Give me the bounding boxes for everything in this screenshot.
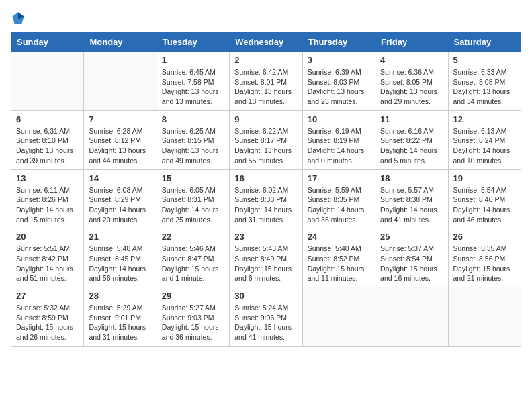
day-info: Sunrise: 6:22 AMSunset: 8:17 PMDaylight:… xyxy=(234,126,297,166)
day-number: 26 xyxy=(453,232,516,242)
calendar-cell: 10Sunrise: 6:19 AMSunset: 8:19 PMDayligh… xyxy=(302,110,375,169)
day-number: 7 xyxy=(89,114,151,124)
day-number: 28 xyxy=(89,291,151,301)
calendar-cell xyxy=(448,287,521,347)
weekday-header-row: SundayMondayTuesdayWednesdayThursdayFrid… xyxy=(11,33,521,52)
calendar-cell: 7Sunrise: 6:28 AMSunset: 8:12 PMDaylight… xyxy=(84,110,157,169)
day-info: Sunrise: 6:19 AMSunset: 8:19 PMDaylight:… xyxy=(308,126,370,166)
day-info: Sunrise: 6:13 AMSunset: 8:24 PMDaylight:… xyxy=(453,126,516,166)
day-info: Sunrise: 5:59 AMSunset: 8:35 PMDaylight:… xyxy=(308,185,370,225)
calendar-cell: 16Sunrise: 6:02 AMSunset: 8:33 PMDayligh… xyxy=(230,169,302,228)
day-number: 25 xyxy=(380,232,443,242)
calendar-week-row: 1Sunrise: 6:45 AMSunset: 7:58 PMDaylight… xyxy=(11,52,521,111)
calendar-cell: 9Sunrise: 6:22 AMSunset: 8:17 PMDaylight… xyxy=(230,110,302,169)
calendar-cell xyxy=(84,52,157,111)
day-info: Sunrise: 6:16 AMSunset: 8:22 PMDaylight:… xyxy=(380,126,443,166)
day-number: 4 xyxy=(380,55,443,65)
calendar-cell xyxy=(11,52,84,111)
calendar-cell: 4Sunrise: 6:36 AMSunset: 8:05 PMDaylight… xyxy=(375,52,448,111)
day-number: 15 xyxy=(162,173,224,183)
calendar-cell: 5Sunrise: 6:33 AMSunset: 8:08 PMDaylight… xyxy=(448,52,521,111)
calendar-cell: 2Sunrise: 6:42 AMSunset: 8:01 PMDaylight… xyxy=(230,52,302,111)
day-info: Sunrise: 5:48 AMSunset: 8:45 PMDaylight:… xyxy=(89,244,151,283)
weekday-header: Monday xyxy=(84,33,157,52)
day-number: 11 xyxy=(380,114,443,124)
day-number: 18 xyxy=(380,173,443,183)
day-number: 3 xyxy=(308,55,370,65)
day-number: 29 xyxy=(162,291,224,301)
day-number: 12 xyxy=(453,114,516,124)
day-info: Sunrise: 5:37 AMSunset: 8:54 PMDaylight:… xyxy=(380,244,443,283)
calendar-cell: 11Sunrise: 6:16 AMSunset: 8:22 PMDayligh… xyxy=(375,110,448,169)
weekday-header: Sunday xyxy=(11,33,84,52)
day-number: 20 xyxy=(16,232,79,242)
day-info: Sunrise: 5:35 AMSunset: 8:56 PMDaylight:… xyxy=(453,244,516,283)
day-number: 19 xyxy=(453,173,516,183)
logo xyxy=(11,11,28,26)
day-number: 6 xyxy=(16,114,79,124)
day-info: Sunrise: 5:54 AMSunset: 8:40 PMDaylight:… xyxy=(453,185,516,225)
day-number: 27 xyxy=(16,291,79,301)
day-number: 2 xyxy=(234,55,297,65)
day-number: 8 xyxy=(162,114,224,124)
calendar-cell: 6Sunrise: 6:31 AMSunset: 8:10 PMDaylight… xyxy=(11,110,84,169)
calendar-cell: 15Sunrise: 6:05 AMSunset: 8:31 PMDayligh… xyxy=(157,169,229,228)
day-info: Sunrise: 5:32 AMSunset: 8:59 PMDaylight:… xyxy=(16,303,79,342)
calendar-cell: 27Sunrise: 5:32 AMSunset: 8:59 PMDayligh… xyxy=(11,287,84,347)
calendar-week-row: 20Sunrise: 5:51 AMSunset: 8:42 PMDayligh… xyxy=(11,228,521,287)
day-info: Sunrise: 6:42 AMSunset: 8:01 PMDaylight:… xyxy=(234,67,297,107)
day-number: 5 xyxy=(453,55,516,65)
day-info: Sunrise: 6:31 AMSunset: 8:10 PMDaylight:… xyxy=(16,126,79,166)
calendar-cell: 3Sunrise: 6:39 AMSunset: 8:03 PMDaylight… xyxy=(302,52,375,111)
weekday-header: Thursday xyxy=(302,33,375,52)
calendar-cell xyxy=(375,287,448,347)
header xyxy=(11,11,521,26)
day-number: 16 xyxy=(234,173,297,183)
calendar-cell: 19Sunrise: 5:54 AMSunset: 8:40 PMDayligh… xyxy=(448,169,521,228)
weekday-header: Friday xyxy=(375,33,448,52)
day-number: 13 xyxy=(16,173,79,183)
day-number: 23 xyxy=(234,232,297,242)
day-info: Sunrise: 5:40 AMSunset: 8:52 PMDaylight:… xyxy=(308,244,370,283)
weekday-header: Tuesday xyxy=(157,33,229,52)
day-info: Sunrise: 6:11 AMSunset: 8:26 PMDaylight:… xyxy=(16,185,79,225)
day-number: 10 xyxy=(308,114,370,124)
day-info: Sunrise: 6:28 AMSunset: 8:12 PMDaylight:… xyxy=(89,126,151,166)
day-info: Sunrise: 6:33 AMSunset: 8:08 PMDaylight:… xyxy=(453,67,516,107)
calendar-cell: 26Sunrise: 5:35 AMSunset: 8:56 PMDayligh… xyxy=(448,228,521,287)
day-number: 9 xyxy=(234,114,297,124)
calendar-cell xyxy=(302,287,375,347)
day-number: 24 xyxy=(308,232,370,242)
day-number: 17 xyxy=(308,173,370,183)
day-number: 21 xyxy=(89,232,151,242)
calendar-cell: 1Sunrise: 6:45 AMSunset: 7:58 PMDaylight… xyxy=(157,52,229,111)
day-number: 30 xyxy=(234,291,297,301)
calendar-cell: 18Sunrise: 5:57 AMSunset: 8:38 PMDayligh… xyxy=(375,169,448,228)
day-info: Sunrise: 5:24 AMSunset: 9:06 PMDaylight:… xyxy=(234,303,297,342)
calendar-cell: 22Sunrise: 5:46 AMSunset: 8:47 PMDayligh… xyxy=(157,228,229,287)
calendar-cell: 30Sunrise: 5:24 AMSunset: 9:06 PMDayligh… xyxy=(230,287,302,347)
calendar-week-row: 13Sunrise: 6:11 AMSunset: 8:26 PMDayligh… xyxy=(11,169,521,228)
weekday-header: Saturday xyxy=(448,33,521,52)
day-info: Sunrise: 6:36 AMSunset: 8:05 PMDaylight:… xyxy=(380,67,443,107)
calendar-cell: 23Sunrise: 5:43 AMSunset: 8:49 PMDayligh… xyxy=(230,228,302,287)
day-info: Sunrise: 6:45 AMSunset: 7:58 PMDaylight:… xyxy=(162,67,224,107)
day-number: 22 xyxy=(162,232,224,242)
calendar-cell: 29Sunrise: 5:27 AMSunset: 9:03 PMDayligh… xyxy=(157,287,229,347)
calendar-week-row: 27Sunrise: 5:32 AMSunset: 8:59 PMDayligh… xyxy=(11,287,521,347)
day-number: 1 xyxy=(162,55,224,65)
calendar-cell: 17Sunrise: 5:59 AMSunset: 8:35 PMDayligh… xyxy=(302,169,375,228)
day-info: Sunrise: 5:57 AMSunset: 8:38 PMDaylight:… xyxy=(380,185,443,225)
calendar-cell: 21Sunrise: 5:48 AMSunset: 8:45 PMDayligh… xyxy=(84,228,157,287)
day-info: Sunrise: 5:27 AMSunset: 9:03 PMDaylight:… xyxy=(162,303,224,342)
calendar-cell: 14Sunrise: 6:08 AMSunset: 8:29 PMDayligh… xyxy=(84,169,157,228)
day-info: Sunrise: 6:08 AMSunset: 8:29 PMDaylight:… xyxy=(89,185,151,225)
calendar-table: SundayMondayTuesdayWednesdayThursdayFrid… xyxy=(11,32,521,347)
day-info: Sunrise: 5:43 AMSunset: 8:49 PMDaylight:… xyxy=(234,244,297,283)
day-info: Sunrise: 6:39 AMSunset: 8:03 PMDaylight:… xyxy=(308,67,370,107)
day-info: Sunrise: 6:02 AMSunset: 8:33 PMDaylight:… xyxy=(234,185,297,225)
calendar-cell: 25Sunrise: 5:37 AMSunset: 8:54 PMDayligh… xyxy=(375,228,448,287)
calendar-cell: 24Sunrise: 5:40 AMSunset: 8:52 PMDayligh… xyxy=(302,228,375,287)
calendar-week-row: 6Sunrise: 6:31 AMSunset: 8:10 PMDaylight… xyxy=(11,110,521,169)
day-info: Sunrise: 5:46 AMSunset: 8:47 PMDaylight:… xyxy=(162,244,224,283)
